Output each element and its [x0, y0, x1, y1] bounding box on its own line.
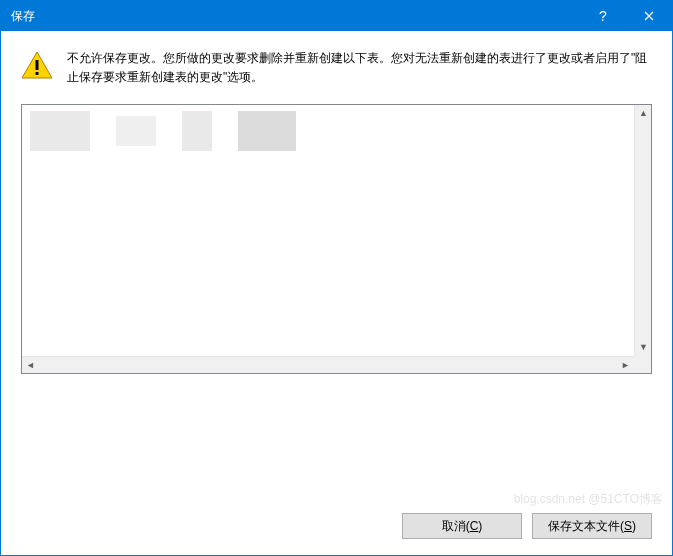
svg-rect-2 — [36, 72, 39, 75]
table-list-content — [22, 105, 634, 356]
vertical-scrollbar[interactable]: ▲ ▼ — [634, 105, 651, 356]
close-button[interactable] — [626, 1, 672, 31]
scroll-up-button[interactable]: ▲ — [635, 105, 652, 122]
save-text-file-button-label: 保存文本文件(S) — [548, 518, 636, 535]
scroll-corner — [634, 356, 651, 373]
redacted-content — [30, 111, 626, 151]
dialog-content: 不允许保存更改。您所做的更改要求删除并重新创建以下表。您对无法重新创建的表进行了… — [1, 31, 672, 493]
scroll-right-button[interactable]: ► — [617, 357, 634, 374]
redacted-block — [116, 116, 156, 146]
scroll-down-button[interactable]: ▼ — [635, 339, 652, 356]
save-dialog: 保存 ? 不允许保存更改。您所做的更改要求删除并重新创建以下表。您对无法重新创建… — [0, 0, 673, 556]
titlebar-title: 保存 — [1, 8, 35, 25]
warning-icon — [21, 51, 53, 79]
redacted-block — [30, 111, 90, 151]
redacted-block — [182, 111, 212, 151]
cancel-button[interactable]: 取消(C) — [402, 513, 522, 539]
save-text-file-button[interactable]: 保存文本文件(S) — [532, 513, 652, 539]
horizontal-scrollbar[interactable]: ◄ ► — [22, 356, 634, 373]
scroll-left-button[interactable]: ◄ — [22, 357, 39, 374]
button-row: 取消(C) 保存文本文件(S) — [1, 493, 672, 555]
redacted-block — [238, 111, 296, 151]
titlebar: 保存 ? — [1, 1, 672, 31]
message-text: 不允许保存更改。您所做的更改要求删除并重新创建以下表。您对无法重新创建的表进行了… — [67, 49, 652, 86]
help-icon: ? — [599, 8, 607, 24]
message-row: 不允许保存更改。您所做的更改要求删除并重新创建以下表。您对无法重新创建的表进行了… — [21, 49, 652, 86]
svg-rect-1 — [36, 60, 39, 70]
cancel-button-label: 取消(C) — [442, 518, 483, 535]
help-button[interactable]: ? — [580, 1, 626, 31]
table-list-box: ▲ ▼ ◄ ► — [21, 104, 652, 374]
close-icon — [644, 11, 654, 21]
